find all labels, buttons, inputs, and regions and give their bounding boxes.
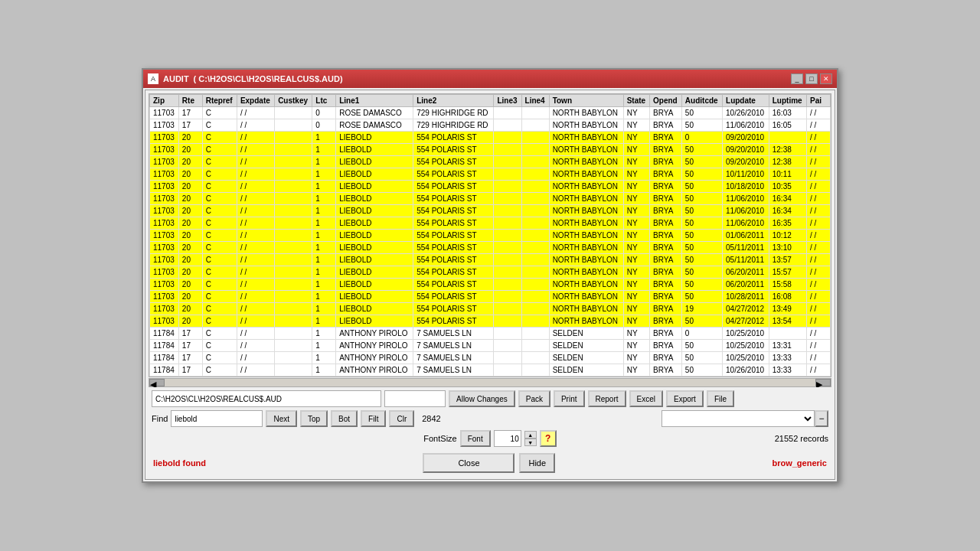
col-pai[interactable]: Pai	[806, 95, 830, 107]
top-button[interactable]: Top	[300, 410, 328, 427]
table-row[interactable]: 1178417C/ /1ANTHONY PIROLO7 SAMUELS LNSE…	[150, 352, 831, 364]
app-icon: A	[148, 73, 158, 84]
col-rtepref[interactable]: Rtepref	[202, 95, 237, 107]
table-row[interactable]: 1170320C/ /1LIEBOLD554 POLARIS STNORTH B…	[150, 230, 831, 242]
table-row[interactable]: 1178417C/ /1ANTHONY PIROLO7 SAMUELS LNSE…	[150, 328, 831, 340]
horizontal-scrollbar[interactable]: ◀ ▶	[149, 378, 831, 387]
col-opend[interactable]: Opend	[650, 95, 682, 107]
col-zip[interactable]: Zip	[150, 95, 179, 107]
col-luptime[interactable]: Luptime	[769, 95, 806, 107]
col-line1[interactable]: Line1	[336, 95, 413, 107]
table-row[interactable]: 1170320C/ /1LIEBOLD554 POLARIS STNORTH B…	[150, 132, 831, 144]
close-dialog-button[interactable]: Close	[423, 453, 514, 473]
excel-button[interactable]: Excel	[629, 390, 663, 407]
font-row: FontSize Font ▲ ▼ ? 21552 records	[152, 430, 828, 447]
hide-button[interactable]: Hide	[519, 453, 555, 473]
bot-button[interactable]: Bot	[331, 410, 358, 427]
table-row[interactable]: 1170317C/ /0ROSE DAMASCO729 HIGHRIDGE RD…	[150, 119, 831, 132]
minus-button[interactable]: −	[815, 410, 828, 427]
dropdown-select[interactable]	[662, 410, 815, 427]
next-button[interactable]: Next	[266, 410, 297, 427]
title-bar: A AUDIT ( C:\H2OS\CL\H2OS\REALCUS$.AUD) …	[143, 70, 837, 88]
spin-up-button[interactable]: ▲	[524, 431, 537, 439]
table-row[interactable]: 1178417C/ /1ANTHONY PIROLO7 SAMUELS LNSE…	[150, 340, 831, 352]
font-size-label: FontSize	[423, 434, 456, 443]
table-row[interactable]: 1170320C/ /1LIEBOLD554 POLARIS STNORTH B…	[150, 279, 831, 291]
toolbar-row: Allow Changes Pack Print Report Excel Ex…	[152, 390, 828, 407]
col-line2[interactable]: Line2	[413, 95, 494, 107]
export-button[interactable]: Export	[666, 390, 704, 407]
col-custkey[interactable]: Custkey	[275, 95, 312, 107]
main-window: A AUDIT ( C:\H2OS\CL\H2OS\REALCUS$.AUD) …	[142, 68, 838, 483]
table-row[interactable]: 1178417C/ /1ANTHONY PIROLO7 SAMUELS LNSE…	[150, 364, 831, 377]
close-button[interactable]: ✕	[820, 73, 832, 84]
table-row[interactable]: 1170317C/ /0ROSE DAMASCO729 HIGHRIDGE RD…	[150, 107, 831, 119]
find-input[interactable]	[171, 410, 263, 427]
file-button[interactable]: File	[707, 390, 734, 407]
filt-button[interactable]: Filt	[361, 410, 386, 427]
spin-down-button[interactable]: ▼	[524, 439, 537, 446]
table-row[interactable]: 1170320C/ /1LIEBOLD554 POLARIS STNORTH B…	[150, 315, 831, 328]
title-bar-left: A AUDIT ( C:\H2OS\CL\H2OS\REALCUS$.AUD)	[148, 73, 343, 84]
col-line4[interactable]: Line4	[521, 95, 549, 107]
report-button[interactable]: Report	[588, 390, 626, 407]
table-row[interactable]: 1170320C/ /1LIEBOLD554 POLARIS STNORTH B…	[150, 217, 831, 230]
col-ltc[interactable]: Ltc	[312, 95, 336, 107]
data-table: Zip Rte Rtepref Expdate Custkey Ltc Line…	[149, 94, 831, 377]
pack-button[interactable]: Pack	[518, 390, 550, 407]
file-path-input[interactable]	[152, 390, 381, 407]
find-label: Find	[152, 414, 168, 423]
brow-label: brow_generic	[772, 458, 827, 468]
table-header-row: Zip Rte Rtepref Expdate Custkey Ltc Line…	[150, 95, 831, 107]
records-count: 21552 records	[560, 434, 828, 443]
table-row[interactable]: 1170320C/ /1LIEBOLD554 POLARIS STNORTH B…	[150, 303, 831, 315]
find-bar-row: Find Next Top Bot Filt Clr 2842 −	[152, 410, 828, 427]
minimize-button[interactable]: _	[791, 73, 803, 84]
table-row[interactable]: 1170320C/ /1LIEBOLD554 POLARIS STNORTH B…	[150, 205, 831, 217]
table-row[interactable]: 1170320C/ /1LIEBOLD554 POLARIS STNORTH B…	[150, 156, 831, 168]
table-row[interactable]: 1170320C/ /1LIEBOLD554 POLARIS STNORTH B…	[150, 254, 831, 266]
table-row[interactable]: 1170320C/ /1LIEBOLD554 POLARIS STNORTH B…	[150, 291, 831, 303]
col-auditcde[interactable]: Auditcde	[681, 95, 722, 107]
col-lupdate[interactable]: Lupdate	[723, 95, 769, 107]
table-row[interactable]: 1170320C/ /1LIEBOLD554 POLARIS STNORTH B…	[150, 193, 831, 205]
window-content: Zip Rte Rtepref Expdate Custkey Ltc Line…	[145, 90, 835, 480]
scroll-left-btn[interactable]: ◀	[149, 379, 165, 386]
window-title: AUDIT	[163, 74, 189, 83]
title-buttons: _ □ ✕	[791, 73, 832, 84]
col-expdate[interactable]: Expdate	[237, 95, 274, 107]
col-line3[interactable]: Line3	[494, 95, 521, 107]
window-subtitle: ( C:\H2OS\CL\H2OS\REALCUS$.AUD)	[194, 74, 343, 83]
help-button[interactable]: ?	[540, 430, 557, 447]
font-size-spinner: ▲ ▼	[524, 431, 537, 446]
found-status: liebold found	[153, 458, 206, 468]
dropdown-area: −	[662, 410, 828, 427]
table-row[interactable]: 1170320C/ /1LIEBOLD554 POLARIS STNORTH B…	[150, 266, 831, 279]
font-button[interactable]: Font	[460, 430, 491, 447]
col-state[interactable]: State	[623, 95, 649, 107]
secondary-input[interactable]	[384, 390, 446, 407]
status-bar: liebold found Close Hide brow_generic	[149, 450, 831, 476]
table-row[interactable]: 1170320C/ /1LIEBOLD554 POLARIS STNORTH B…	[150, 242, 831, 254]
allow-changes-button[interactable]: Allow Changes	[449, 390, 515, 407]
data-table-container[interactable]: Zip Rte Rtepref Expdate Custkey Ltc Line…	[149, 93, 831, 377]
scroll-right-btn[interactable]: ▶	[815, 379, 831, 386]
clr-button[interactable]: Clr	[389, 410, 414, 427]
close-hide-group: Close Hide	[423, 453, 555, 473]
table-body: 1170317C/ /0ROSE DAMASCO729 HIGHRIDGE RD…	[150, 107, 831, 377]
col-town[interactable]: Town	[549, 95, 623, 107]
bottom-bar: Allow Changes Pack Print Report Excel Ex…	[149, 387, 831, 450]
print-button[interactable]: Print	[554, 390, 585, 407]
table-row[interactable]: 1170320C/ /1LIEBOLD554 POLARIS STNORTH B…	[150, 144, 831, 156]
table-row[interactable]: 1170320C/ /1LIEBOLD554 POLARIS STNORTH B…	[150, 168, 831, 181]
font-size-input[interactable]	[494, 430, 521, 447]
col-rte[interactable]: Rte	[178, 95, 202, 107]
maximize-button[interactable]: □	[805, 73, 818, 84]
table-row[interactable]: 1170320C/ /1LIEBOLD554 POLARIS STNORTH B…	[150, 181, 831, 193]
find-count: 2842	[422, 414, 440, 423]
